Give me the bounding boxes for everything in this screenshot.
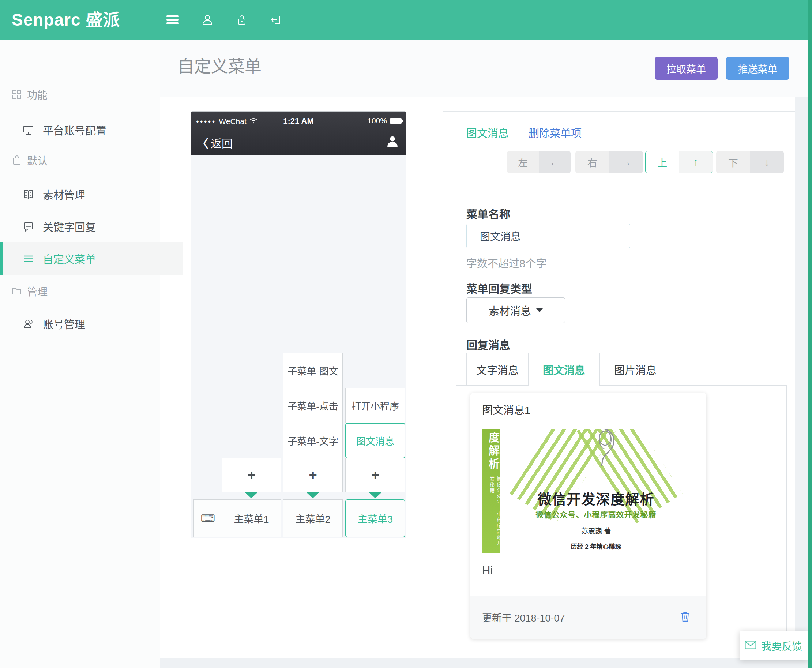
sidebar-section-label: 默认 [27,153,48,167]
menu-name-label: 菜单名称 [466,205,510,221]
phone-preview: ●●●●● WeChat 1:21 AM 100% 〈 返回 [190,111,406,538]
reply-type-dropdown[interactable]: 素材消息 [466,297,565,323]
submenu-item[interactable]: 子菜单-图文 [283,352,343,388]
add-submenu-button[interactable]: + [283,458,343,493]
page-title: 自定义菜单 [177,53,262,77]
top-bar-icons [167,0,282,40]
sidebar-section-label: 功能 [27,87,48,102]
dropdown-value: 素材消息 [489,302,531,318]
card-title: 图文消息1 [482,402,530,417]
move-down-button[interactable]: 下 ↓ [716,151,784,173]
submenu-item[interactable]: 子菜单-文字 [283,423,343,458]
book-footnote: 历经 2 年精心雕琢 [500,541,692,551]
page-scrollbar[interactable] [808,0,812,668]
keyboard-icon: ⌨ [193,499,222,538]
submenu-item[interactable]: 打开小程序 [345,388,405,423]
sidebar-item-platform-config[interactable]: 平台账号配置 [0,117,182,143]
book-spine-title: 度解析 [485,432,501,471]
tab-image-message[interactable]: 图片消息 [600,353,671,386]
card-body-text: Hi [482,564,493,577]
submenu-item[interactable]: 子菜单-点击 [283,388,343,423]
delete-menu-item-link[interactable]: 删除菜单项 [529,125,582,140]
chat-icon [23,221,34,232]
move-right-button[interactable]: 右 → [575,151,643,173]
lock-icon[interactable] [236,14,248,26]
book-subtitle: 微信公众号、小程序高效开发秘籍 [500,508,692,519]
phone-status-area: ●●●●● WeChat 1:21 AM 100% 〈 返回 [191,112,406,155]
envelope-icon [745,641,756,651]
logout-icon[interactable] [270,14,282,26]
pointer-triangle [307,493,319,498]
sidebar-item-label: 关键字回复 [43,219,96,234]
plus-icon: + [309,468,317,483]
sidebar-section-features: 功能 [0,84,172,105]
back-label: 返回 [211,135,233,151]
move-right-label: 右 [575,151,609,173]
sidebar-item-label: 自定义菜单 [43,251,96,266]
dropdown-caret-icon [536,308,543,312]
book-icon [23,189,34,200]
pull-menu-button[interactable]: 拉取菜单 [655,57,718,80]
submenu-item-selected[interactable]: 图文消息 [345,423,405,458]
sidebar-item-label: 平台账号配置 [43,122,107,137]
sidebar-item-label: 账号管理 [43,316,85,331]
add-submenu-button[interactable]: + [222,458,281,493]
push-menu-button[interactable]: 推送菜单 [726,57,789,80]
move-up-button[interactable]: 上 ↑ [645,151,713,173]
arrow-up-icon: ↑ [679,152,713,173]
add-submenu-button[interactable]: + [345,458,405,493]
folder-icon [12,286,22,296]
sidebar-item-keyword-reply[interactable]: 关键字回复 [0,214,182,239]
feedback-button[interactable]: 我要反馈 [740,631,808,660]
brand-logo: Senparc 盛派 [12,0,120,40]
move-down-label: 下 [716,151,750,173]
tab-news-message[interactable]: 图文消息 [528,353,600,386]
battery-area: 100% [367,116,402,125]
tab-text-message[interactable]: 文字消息 [466,353,529,386]
battery-icon [390,118,402,124]
user-icon[interactable] [202,14,213,26]
news-message-card: 图文消息1 度解析 微信公众号、小程序高效开发秘籍 [470,393,706,639]
menu-name-hint: 字数不超过8个字 [466,255,547,271]
panel-divider [443,193,795,193]
contact-person-icon[interactable] [386,135,398,149]
back-button[interactable]: 〈 返回 [197,134,233,151]
book-cover-front: 微信开发深度解析 微信公众号、小程序高效开发秘籍 苏震巍 著 历经 2 年精心雕… [500,429,692,553]
cover-sketch-art [587,429,619,468]
move-left-label: 左 [507,151,539,173]
book-spine: 度解析 微信公众号、小程序高效开发秘籍 [482,429,500,553]
updated-timestamp: 更新于 2018-10-07 [482,610,565,625]
book-title: 微信开发深度解析 [500,488,692,508]
book-author: 苏震巍 著 [500,525,692,535]
move-left-button[interactable]: 左 ← [507,151,570,173]
menu-name-input[interactable] [466,224,630,249]
arrow-left-icon: ← [539,151,570,173]
users-icon [23,318,34,330]
main-menu-item-selected[interactable]: 主菜单3 [345,499,405,538]
sidebar-item-custom-menu[interactable]: 自定义菜单 [0,242,182,276]
card-footer: 更新于 2018-10-07 [470,596,706,639]
trash-icon[interactable] [680,611,690,624]
arrow-right-icon: → [609,151,644,173]
reply-message-label: 回复消息 [466,336,510,352]
title-bar: 自定义菜单 拉取菜单 推送菜单 [160,40,808,97]
sidebar-section-default: 默认 [0,149,172,171]
battery-percent: 100% [367,116,387,125]
main-menu-item[interactable]: 主菜单1 [222,499,281,538]
phone-status-bar: ●●●●● WeChat 1:21 AM 100% [191,112,406,129]
back-chevron-icon: 〈 [197,134,208,151]
plus-icon: + [247,468,255,483]
feedback-label: 我要反馈 [761,638,802,653]
main-menu-item[interactable]: 主菜单2 [283,499,343,538]
top-bar: Senparc 盛派 [0,0,808,40]
reply-type-label: 菜单回复类型 [466,280,532,296]
clipboard-icon [12,155,22,165]
selected-menu-link[interactable]: 图文消息 [466,125,509,140]
hamburger-icon[interactable] [167,15,179,24]
sidebar-item-account-manage[interactable]: 账号管理 [0,311,182,337]
sidebar-section-manage: 管理 [0,280,172,302]
sidebar-item-material[interactable]: 素材管理 [0,182,182,207]
monitor-icon [23,124,34,136]
sidebar-item-label: 素材管理 [43,187,85,202]
arrow-down-icon: ↓ [750,151,784,173]
